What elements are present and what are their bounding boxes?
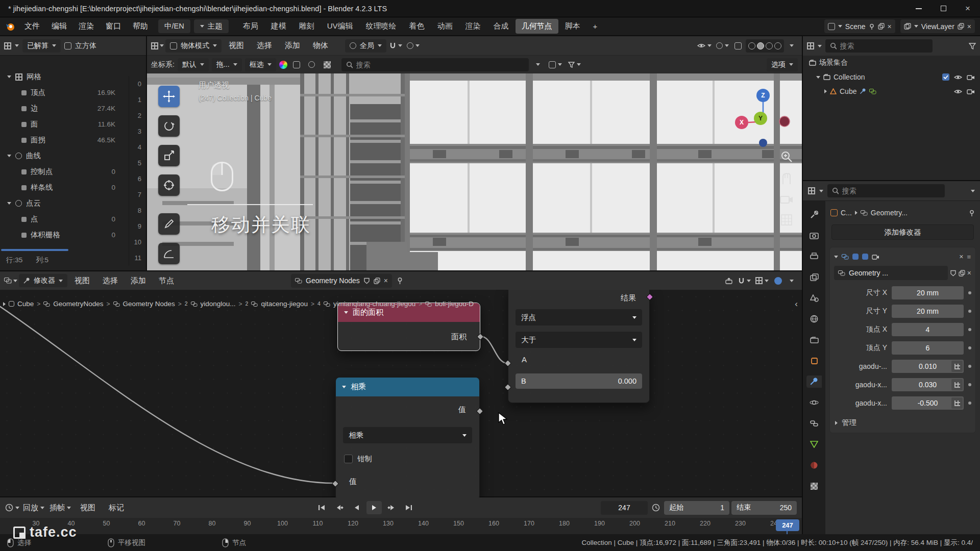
- minimize-button[interactable]: [906, 0, 931, 17]
- render-toggle-icon[interactable]: [872, 254, 879, 260]
- breadcrumb-item[interactable]: Geometry Nodes: [123, 300, 175, 308]
- viewport-menu-add[interactable]: 添加: [279, 41, 306, 51]
- dataset-dropdown[interactable]: 已解算: [22, 39, 61, 53]
- clamp-checkbox[interactable]: [344, 455, 353, 463]
- camera-icon[interactable]: [967, 88, 975, 94]
- filter-dropdown[interactable]: [567, 58, 582, 71]
- outliner-search[interactable]: [825, 39, 933, 53]
- tab-scene[interactable]: [806, 292, 822, 304]
- pin-icon[interactable]: [969, 210, 975, 216]
- properties-editor-icon[interactable]: [808, 187, 815, 194]
- workspace-tab-texture-paint[interactable]: 纹理喷绘: [360, 19, 403, 34]
- scale-tool-button[interactable]: [158, 145, 180, 166]
- manage-panel-toggle[interactable]: 管理: [835, 418, 970, 428]
- chevron-down-icon[interactable]: [971, 190, 975, 192]
- node-menu-node[interactable]: 节点: [153, 276, 180, 286]
- gaodu-field[interactable]: 0.010: [892, 360, 964, 373]
- select-mode-dropdown[interactable]: 框选: [245, 58, 276, 71]
- workspace-tab-rendering[interactable]: 渲染: [459, 19, 487, 34]
- shading-material-button[interactable]: [766, 42, 773, 49]
- scene-selector[interactable]: Scene ×: [824, 19, 895, 33]
- ortho-grid-button[interactable]: [780, 214, 793, 226]
- show-gizmo-toggle[interactable]: [696, 39, 713, 53]
- exclude-checkbox[interactable]: [942, 73, 949, 81]
- pin-icon[interactable]: [397, 277, 403, 284]
- outliner-scene-collection[interactable]: 场景集合: [803, 56, 980, 70]
- viewport-search-input[interactable]: [356, 61, 524, 69]
- playback-menu[interactable]: 回放: [21, 501, 46, 514]
- tree-item-edges[interactable]: 边27.4K: [0, 101, 146, 116]
- workspace-tab-uv[interactable]: UV编辑: [321, 19, 359, 34]
- overlay-dropdown[interactable]: [786, 274, 798, 287]
- gaodu-x1-field[interactable]: 0.030: [892, 378, 964, 391]
- animate-dot-icon[interactable]: [968, 291, 971, 294]
- tree-group-mesh[interactable]: 网格: [0, 69, 146, 85]
- tab-world[interactable]: [806, 313, 822, 325]
- tree-item-faces[interactable]: 面11.6K: [0, 116, 146, 132]
- attribute-toggle-icon[interactable]: [951, 397, 963, 409]
- clock-icon[interactable]: [652, 504, 660, 512]
- tab-collection[interactable]: [806, 334, 822, 346]
- viewport-menu-view[interactable]: 视图: [223, 41, 250, 51]
- animate-dot-icon[interactable]: [968, 328, 971, 331]
- tab-modifiers[interactable]: [806, 375, 822, 388]
- copy-icon[interactable]: [959, 270, 965, 277]
- breadcrumb-item[interactable]: GeometryNodes: [53, 300, 103, 308]
- color-swatch-icon[interactable]: [279, 61, 287, 69]
- tree-group-pointcloud[interactable]: 点云: [0, 195, 146, 211]
- snap-node-toggle[interactable]: [737, 274, 752, 287]
- current-frame-field[interactable]: 247: [601, 501, 648, 515]
- size-y-field[interactable]: 20 mm: [892, 305, 964, 318]
- properties-search[interactable]: [827, 184, 945, 197]
- options-dropdown[interactable]: 选项: [767, 58, 798, 71]
- edit-mode-toggle-icon[interactable]: [852, 254, 859, 260]
- fake-user-shield-icon[interactable]: [950, 270, 957, 277]
- outliner-search-input[interactable]: [840, 42, 928, 50]
- breadcrumb-item[interactable]: yimianqiang-chuang-jiegou: [333, 300, 415, 308]
- workspace-tab-animation[interactable]: 动画: [431, 19, 459, 34]
- attribute-toggle-icon[interactable]: [951, 361, 963, 372]
- pan-hand-button[interactable]: [780, 172, 793, 185]
- tab-output[interactable]: [806, 250, 822, 262]
- playhead-badge[interactable]: 247: [776, 519, 799, 531]
- coord-system-dropdown[interactable]: 默认: [178, 58, 209, 71]
- math-operation-dropdown[interactable]: 相乘: [343, 427, 472, 443]
- camera-view-button[interactable]: [779, 194, 794, 205]
- compare-type-dropdown[interactable]: 浮点: [516, 309, 642, 325]
- node-menu-view[interactable]: 视图: [69, 276, 95, 286]
- mode-dropdown[interactable]: 物体模式: [165, 39, 222, 53]
- timeline-menu-view[interactable]: 视图: [75, 503, 101, 513]
- tree-item-points[interactable]: 点0: [0, 211, 146, 227]
- outliner-editor-icon[interactable]: [807, 42, 814, 49]
- compare-b-field[interactable]: B0.000: [516, 373, 642, 389]
- shading-solid-button[interactable]: [757, 42, 764, 49]
- navigation-gizmo[interactable]: X Z Y: [733, 82, 791, 149]
- menu-window[interactable]: 窗口: [100, 21, 127, 31]
- pin-icon[interactable]: [869, 23, 875, 30]
- attribute-toggle-icon[interactable]: [951, 379, 963, 390]
- blender-logo-icon[interactable]: [5, 22, 16, 31]
- next-keyframe-button[interactable]: [384, 501, 399, 514]
- timeline-editor-icon[interactable]: [5, 504, 13, 512]
- tab-view-layer[interactable]: [806, 271, 822, 283]
- drag-action-dropdown[interactable]: 拖...: [212, 58, 242, 71]
- tree-item-vertices[interactable]: 顶点16.9K: [0, 85, 146, 101]
- workspace-tab-shading[interactable]: 着色: [403, 19, 431, 34]
- workspace-tab-compositing[interactable]: 合成: [487, 19, 515, 34]
- tab-texture[interactable]: [806, 480, 822, 492]
- frame-end-field[interactable]: 结束250: [731, 501, 797, 515]
- workspace-tab-sculpt[interactable]: 雕刻: [293, 19, 321, 34]
- keying-menu[interactable]: 插帧: [48, 501, 72, 514]
- jump-to-end-button[interactable]: [401, 501, 416, 514]
- tree-item-control-points[interactable]: 控制点0: [0, 164, 146, 180]
- node-editor-icon[interactable]: [4, 278, 12, 284]
- move-tool-button[interactable]: [158, 86, 180, 107]
- node-canvas[interactable]: Cube> GeometryNodes> Geometry Nodes> 2 y…: [0, 290, 802, 497]
- breadcrumb-modifier[interactable]: Geometry...: [871, 209, 908, 217]
- breadcrumb-item[interactable]: yidonglou...: [201, 300, 236, 308]
- remove-view-layer-icon[interactable]: ×: [967, 23, 971, 30]
- drag-handle-icon[interactable]: ≡: [967, 253, 971, 261]
- menu-edit[interactable]: 编辑: [46, 21, 72, 31]
- tree-item-corners[interactable]: 面拐46.5K: [0, 132, 146, 148]
- breadcrumb-back-icon[interactable]: ‹: [795, 299, 798, 309]
